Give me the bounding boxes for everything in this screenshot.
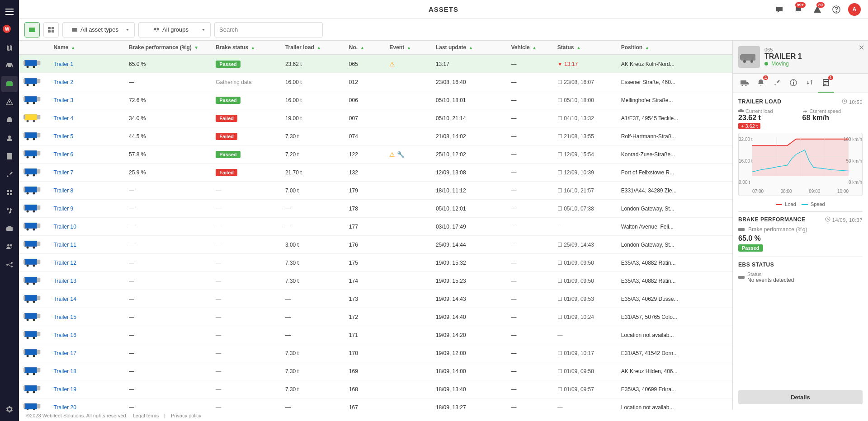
svg-text:W: W	[5, 27, 9, 32]
row-no: 132	[344, 164, 385, 182]
nav-drivers[interactable]	[1, 130, 18, 146]
row-no: 006	[344, 91, 385, 109]
row-icon	[19, 344, 49, 362]
nav-assets[interactable]	[1, 76, 18, 92]
row-name: Trailer 13	[49, 272, 125, 290]
table-row[interactable]: Trailer 19 — — 7.30 t 168 18/09, 13:40 —…	[19, 380, 732, 398]
svg-point-70	[33, 174, 35, 177]
help-btn[interactable]	[829, 2, 844, 17]
svg-rect-67	[24, 168, 37, 174]
row-vehicle: —	[506, 290, 552, 308]
svg-point-27	[836, 11, 837, 12]
tab-maintenance[interactable]	[769, 74, 785, 93]
col-vehicle[interactable]: Vehicle ▲	[506, 41, 552, 55]
nav-map[interactable]	[1, 40, 18, 56]
page-title: ASSETS	[429, 5, 458, 13]
row-trailer-load: —	[281, 308, 344, 326]
col-status[interactable]: Status ▲	[553, 41, 617, 55]
table-row[interactable]: Trailer 1 65.0 % Passed 23.62 t 065 ⚠ 13…	[19, 55, 732, 73]
svg-rect-58	[24, 133, 25, 137]
row-vehicle: —	[506, 164, 552, 182]
row-icon	[19, 254, 49, 272]
view-grid-btn[interactable]	[43, 22, 59, 37]
row-event	[385, 109, 431, 127]
assets-table-container: Name ▲ Brake performance (%g) ▼ Brake st…	[19, 41, 732, 410]
messages-btn[interactable]	[772, 2, 787, 17]
col-trailer-load[interactable]: Trailer load ▲	[281, 41, 344, 55]
tab-asset[interactable]	[736, 74, 753, 93]
view-list-btn[interactable]	[24, 22, 40, 37]
user-avatar[interactable]: A	[848, 3, 861, 16]
nav-integrations[interactable]	[1, 257, 18, 273]
table-row[interactable]: Trailer 3 72.6 % Passed 16.00 t 006 05/1…	[19, 91, 732, 109]
svg-rect-61	[37, 133, 40, 137]
tab-info[interactable]	[785, 74, 802, 93]
table-row[interactable]: Trailer 14 — — — 173 19/09, 14:43 — ☐ 01…	[19, 290, 732, 308]
col-brake-status[interactable]: Brake status ▲	[211, 41, 281, 55]
col-no[interactable]: No. ▲	[344, 41, 385, 55]
close-panel-btn[interactable]: ✕	[859, 43, 864, 52]
row-brake-perf: —	[124, 344, 211, 362]
table-row[interactable]: Trailer 9 — — — 178 05/10, 12:01 — ☐ 05/…	[19, 200, 732, 218]
groups-dropdown[interactable]: All groups	[138, 22, 211, 37]
legal-terms-link[interactable]: Legal terms	[133, 413, 159, 418]
row-last-update: 18/09, 13:27	[431, 398, 507, 410]
alerts-btn[interactable]: 89	[810, 2, 825, 17]
tab-alerts[interactable]: 4	[753, 74, 769, 93]
table-row[interactable]: Trailer 20 — — — 167 18/09, 13:27 — — Lo…	[19, 398, 732, 410]
table-row[interactable]: Trailer 6 57.8 % Passed 7.20 t 122 ⚠ 🔧 2…	[19, 145, 732, 164]
row-trailer-load: 19.00 t	[281, 109, 344, 127]
row-position: A1/E37, 49545 Teckle...	[617, 109, 732, 127]
row-status: ☐ 05/10, 07:38	[553, 200, 617, 218]
menu-icon[interactable]	[1, 4, 18, 20]
nav-fleet[interactable]	[1, 220, 18, 237]
details-button[interactable]: Details	[738, 390, 863, 404]
nav-reports[interactable]	[1, 148, 18, 164]
nav-alerts[interactable]	[1, 94, 18, 110]
col-last-update[interactable]: Last update ▲	[431, 41, 507, 55]
table-row[interactable]: Trailer 4 34.0 % Failed 19.00 t 007 05/1…	[19, 109, 732, 127]
notifications-bell[interactable]: 99+	[791, 2, 806, 17]
table-row[interactable]: Trailer 8 — — 7.00 t 179 18/10, 11:12 — …	[19, 182, 732, 200]
table-row[interactable]: Trailer 2 — Gathering data 16.00 t 012 2…	[19, 73, 732, 91]
tab-activity[interactable]	[802, 74, 818, 93]
row-status: ☐ 01/09, 10:17	[553, 344, 617, 362]
row-vehicle: —	[506, 145, 552, 164]
nav-vehicles[interactable]	[1, 58, 18, 74]
table-row[interactable]: Trailer 7 25.9 % Failed 21.70 t 132 12/0…	[19, 164, 732, 182]
col-name[interactable]: Name ▲	[49, 41, 125, 55]
asset-type-dropdown[interactable]: All asset types	[62, 22, 135, 37]
nav-notifications[interactable]	[1, 112, 18, 128]
nav-maintenance[interactable]	[1, 166, 18, 182]
row-brake-status: Passed	[211, 55, 281, 73]
table-row[interactable]: Trailer 16 — — — 171 19/09, 14:20 — — Lo…	[19, 326, 732, 344]
table-row[interactable]: Trailer 11 — — 3.00 t 176 25/09, 14:44 —…	[19, 236, 732, 254]
row-vehicle: —	[506, 200, 552, 218]
row-event	[385, 308, 431, 326]
svg-point-75	[33, 192, 35, 195]
row-status: ☐ 05/10, 18:00	[553, 91, 617, 109]
table-row[interactable]: Trailer 18 — — 7.30 t 169 18/09, 14:00 —…	[19, 362, 732, 380]
nav-tools[interactable]	[1, 202, 18, 219]
col-brake-perf[interactable]: Brake performance (%g) ▼	[124, 41, 211, 55]
col-event[interactable]: Event ▲	[385, 41, 431, 55]
col-position[interactable]: Position ▲	[617, 41, 732, 55]
tab-reports[interactable]: 1	[818, 74, 834, 93]
row-trailer-load: 7.20 t	[281, 145, 344, 164]
nav-users[interactable]	[1, 239, 18, 255]
search-input[interactable]	[214, 22, 323, 37]
privacy-policy-link[interactable]: Privacy policy	[171, 413, 201, 418]
row-trailer-load: —	[281, 200, 344, 218]
svg-rect-77	[24, 205, 37, 210]
table-row[interactable]: Trailer 10 — — — 177 03/10, 17:49 — — Wa…	[19, 218, 732, 236]
nav-settings[interactable]	[1, 401, 18, 417]
table-row[interactable]: Trailer 13 — — 7.30 t 174 19/09, 15:23 —…	[19, 272, 732, 290]
panel-header: 065 TRAILER 1 Moving ✕	[733, 41, 868, 74]
svg-rect-150	[824, 84, 826, 84]
nav-orders[interactable]	[1, 184, 18, 201]
table-row[interactable]: Trailer 15 — — — 172 19/09, 14:40 — ☐ 01…	[19, 308, 732, 326]
svg-rect-83	[24, 224, 25, 228]
table-row[interactable]: Trailer 5 44.5 % Failed 7.30 t 074 21/08…	[19, 127, 732, 145]
table-row[interactable]: Trailer 17 — — 7.30 t 170 19/09, 12:00 —…	[19, 344, 732, 362]
table-row[interactable]: Trailer 12 — — 7.30 t 175 19/09, 15:32 —…	[19, 254, 732, 272]
